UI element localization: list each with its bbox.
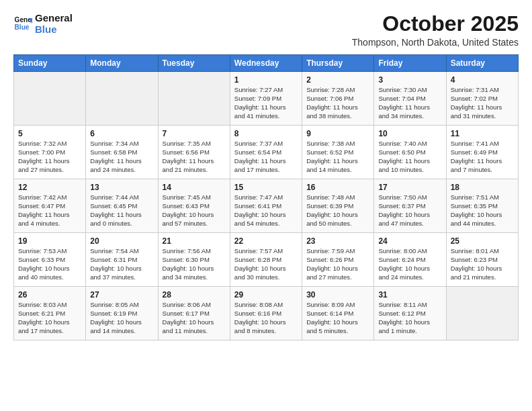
day-info: Sunrise: 7:59 AM Sunset: 6:26 PM Dayligh… — [306, 247, 369, 281]
month-title: October 2025 — [352, 12, 519, 36]
day-info: Sunrise: 7:42 AM Sunset: 6:47 PM Dayligh… — [18, 193, 81, 228]
day-info: Sunrise: 7:53 AM Sunset: 6:33 PM Dayligh… — [18, 247, 81, 281]
weekday-header-sunday: Sunday — [14, 55, 86, 72]
weekday-header-monday: Monday — [86, 55, 158, 72]
day-number: 28 — [163, 290, 226, 300]
calendar-cell: 21 Sunrise: 7:56 AM Sunset: 6:30 PM Dayl… — [158, 233, 230, 287]
day-number: 27 — [90, 290, 153, 300]
calendar-week-2: 5 Sunrise: 7:32 AM Sunset: 7:00 PM Dayli… — [14, 126, 519, 179]
day-info: Sunrise: 7:35 AM Sunset: 6:56 PM Dayligh… — [163, 140, 226, 174]
calendar-cell: 18 Sunrise: 7:51 AM Sunset: 6:35 PM Dayl… — [446, 179, 518, 233]
day-info: Sunrise: 7:54 AM Sunset: 6:31 PM Dayligh… — [90, 247, 153, 281]
day-number: 9 — [306, 129, 369, 138]
day-number: 17 — [378, 183, 441, 192]
calendar-body: 1 Sunrise: 7:27 AM Sunset: 7:09 PM Dayli… — [14, 72, 519, 340]
calendar-header: SundayMondayTuesdayWednesdayThursdayFrid… — [14, 55, 519, 72]
day-number: 25 — [451, 236, 514, 246]
calendar-cell: 20 Sunrise: 7:54 AM Sunset: 6:31 PM Dayl… — [86, 233, 158, 287]
weekday-header-wednesday: Wednesday — [230, 55, 302, 72]
calendar-cell: 31 Sunrise: 8:11 AM Sunset: 6:12 PM Dayl… — [374, 287, 446, 340]
day-number: 30 — [306, 290, 369, 300]
title-block: October 2025 Thompson, North Dakota, Uni… — [352, 12, 519, 48]
day-number: 14 — [163, 183, 226, 192]
calendar-week-1: 1 Sunrise: 7:27 AM Sunset: 7:09 PM Dayli… — [14, 72, 519, 126]
day-info: Sunrise: 7:30 AM Sunset: 7:04 PM Dayligh… — [378, 86, 441, 120]
calendar-page: General Blue General Blue October 2025 T… — [0, 0, 532, 347]
day-number: 20 — [90, 236, 153, 246]
calendar-cell: 27 Sunrise: 8:05 AM Sunset: 6:19 PM Dayl… — [86, 287, 158, 340]
day-number: 5 — [18, 129, 81, 138]
day-info: Sunrise: 7:40 AM Sunset: 6:50 PM Dayligh… — [378, 140, 441, 174]
day-info: Sunrise: 7:44 AM Sunset: 6:45 PM Dayligh… — [90, 193, 153, 228]
svg-text:Blue: Blue — [15, 24, 30, 31]
weekday-header-thursday: Thursday — [302, 55, 374, 72]
calendar-cell: 28 Sunrise: 8:06 AM Sunset: 6:17 PM Dayl… — [158, 287, 230, 340]
logo-blue: Blue — [35, 24, 73, 35]
calendar-week-4: 19 Sunrise: 7:53 AM Sunset: 6:33 PM Dayl… — [14, 233, 519, 287]
day-number: 7 — [163, 129, 226, 138]
weekday-header-friday: Friday — [374, 55, 446, 72]
calendar-cell: 5 Sunrise: 7:32 AM Sunset: 7:00 PM Dayli… — [14, 126, 86, 179]
calendar-cell — [14, 72, 86, 126]
day-info: Sunrise: 7:37 AM Sunset: 6:54 PM Dayligh… — [234, 140, 298, 174]
day-info: Sunrise: 7:32 AM Sunset: 7:00 PM Dayligh… — [18, 140, 81, 174]
day-info: Sunrise: 7:28 AM Sunset: 7:06 PM Dayligh… — [306, 86, 369, 120]
day-number: 15 — [234, 183, 298, 192]
calendar-cell: 14 Sunrise: 7:45 AM Sunset: 6:43 PM Dayl… — [158, 179, 230, 233]
calendar-cell: 25 Sunrise: 8:01 AM Sunset: 6:23 PM Dayl… — [446, 233, 518, 287]
calendar-cell: 13 Sunrise: 7:44 AM Sunset: 6:45 PM Dayl… — [86, 179, 158, 233]
calendar-cell: 24 Sunrise: 8:00 AM Sunset: 6:24 PM Dayl… — [374, 233, 446, 287]
day-number: 22 — [234, 236, 298, 246]
logo: General Blue General Blue — [13, 12, 73, 36]
logo-general: General — [35, 12, 73, 24]
calendar-cell: 11 Sunrise: 7:41 AM Sunset: 6:49 PM Dayl… — [446, 126, 518, 179]
day-info: Sunrise: 7:56 AM Sunset: 6:30 PM Dayligh… — [163, 247, 226, 281]
calendar-cell: 19 Sunrise: 7:53 AM Sunset: 6:33 PM Dayl… — [14, 233, 86, 287]
day-info: Sunrise: 8:11 AM Sunset: 6:12 PM Dayligh… — [378, 301, 441, 335]
calendar-cell: 3 Sunrise: 7:30 AM Sunset: 7:04 PM Dayli… — [374, 72, 446, 126]
day-number: 18 — [451, 183, 514, 192]
day-info: Sunrise: 7:48 AM Sunset: 6:39 PM Dayligh… — [306, 193, 369, 228]
calendar-cell: 16 Sunrise: 7:48 AM Sunset: 6:39 PM Dayl… — [302, 179, 374, 233]
calendar-cell: 10 Sunrise: 7:40 AM Sunset: 6:50 PM Dayl… — [374, 126, 446, 179]
calendar-cell: 4 Sunrise: 7:31 AM Sunset: 7:02 PM Dayli… — [446, 72, 518, 126]
day-number: 29 — [234, 290, 298, 300]
day-number: 31 — [378, 290, 441, 300]
calendar-table: SundayMondayTuesdayWednesdayThursdayFrid… — [13, 54, 519, 340]
calendar-cell: 1 Sunrise: 7:27 AM Sunset: 7:09 PM Dayli… — [230, 72, 302, 126]
day-info: Sunrise: 7:47 AM Sunset: 6:41 PM Dayligh… — [234, 193, 298, 228]
calendar-cell: 26 Sunrise: 8:03 AM Sunset: 6:21 PM Dayl… — [14, 287, 86, 340]
calendar-cell: 6 Sunrise: 7:34 AM Sunset: 6:58 PM Dayli… — [86, 126, 158, 179]
day-info: Sunrise: 7:41 AM Sunset: 6:49 PM Dayligh… — [451, 140, 514, 174]
day-info: Sunrise: 7:38 AM Sunset: 6:52 PM Dayligh… — [306, 140, 369, 174]
day-info: Sunrise: 7:34 AM Sunset: 6:58 PM Dayligh… — [90, 140, 153, 174]
weekday-row: SundayMondayTuesdayWednesdayThursdayFrid… — [14, 55, 519, 72]
day-info: Sunrise: 7:31 AM Sunset: 7:02 PM Dayligh… — [451, 86, 514, 120]
day-number: 19 — [18, 236, 81, 246]
day-info: Sunrise: 8:09 AM Sunset: 6:14 PM Dayligh… — [306, 301, 369, 335]
day-number: 26 — [18, 290, 81, 300]
calendar-cell: 29 Sunrise: 8:08 AM Sunset: 6:16 PM Dayl… — [230, 287, 302, 340]
calendar-cell: 12 Sunrise: 7:42 AM Sunset: 6:47 PM Dayl… — [14, 179, 86, 233]
logo-icon: General Blue — [13, 14, 32, 33]
day-info: Sunrise: 8:01 AM Sunset: 6:23 PM Dayligh… — [451, 247, 514, 281]
day-info: Sunrise: 7:50 AM Sunset: 6:37 PM Dayligh… — [378, 193, 441, 228]
calendar-cell: 9 Sunrise: 7:38 AM Sunset: 6:52 PM Dayli… — [302, 126, 374, 179]
location: Thompson, North Dakota, United States — [352, 37, 519, 48]
day-info: Sunrise: 7:57 AM Sunset: 6:28 PM Dayligh… — [234, 247, 298, 281]
calendar-week-5: 26 Sunrise: 8:03 AM Sunset: 6:21 PM Dayl… — [14, 287, 519, 340]
day-number: 23 — [306, 236, 369, 246]
calendar-cell: 30 Sunrise: 8:09 AM Sunset: 6:14 PM Dayl… — [302, 287, 374, 340]
day-info: Sunrise: 8:06 AM Sunset: 6:17 PM Dayligh… — [163, 301, 226, 335]
day-info: Sunrise: 7:27 AM Sunset: 7:09 PM Dayligh… — [234, 86, 298, 120]
calendar-cell — [158, 72, 230, 126]
day-number: 2 — [306, 75, 369, 85]
calendar-cell: 22 Sunrise: 7:57 AM Sunset: 6:28 PM Dayl… — [230, 233, 302, 287]
calendar-cell: 2 Sunrise: 7:28 AM Sunset: 7:06 PM Dayli… — [302, 72, 374, 126]
day-number: 8 — [234, 129, 298, 138]
day-number: 12 — [18, 183, 81, 192]
day-number: 10 — [378, 129, 441, 138]
weekday-header-tuesday: Tuesday — [158, 55, 230, 72]
day-number: 16 — [306, 183, 369, 192]
day-number: 1 — [234, 75, 298, 85]
